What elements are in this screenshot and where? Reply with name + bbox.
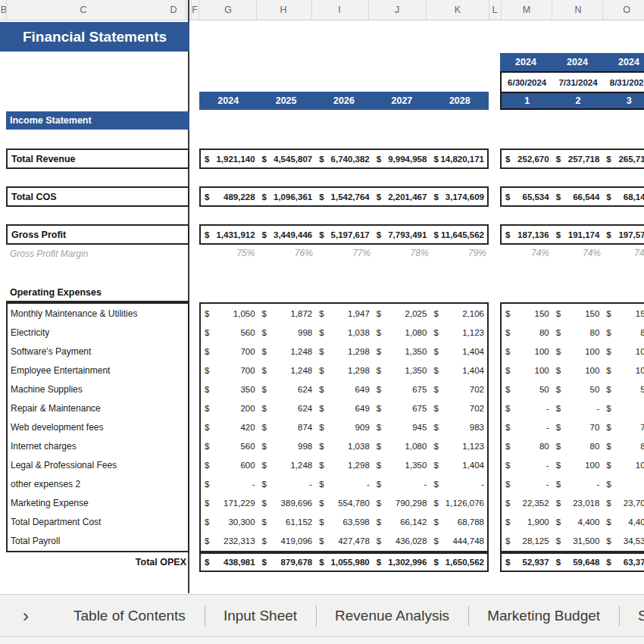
- value-cell[interactable]: $ 252,670: [502, 150, 552, 167]
- value-cell[interactable]: $ 150: [552, 304, 603, 323]
- value-cell[interactable]: $ 444,748: [430, 532, 487, 551]
- column-letter[interactable]: G: [224, 0, 232, 20]
- sheet-tab[interactable]: Table of Contents: [55, 595, 205, 637]
- value-cell[interactable]: $ 1,080: [373, 323, 430, 342]
- value-cell[interactable]: $ 624: [258, 380, 316, 399]
- value-cell[interactable]: $ 80: [602, 437, 644, 456]
- value-cell[interactable]: $ 68,788: [430, 513, 487, 532]
- value-cell[interactable]: $ 100: [552, 456, 603, 475]
- value-cell[interactable]: $ 998: [258, 323, 316, 342]
- value-cell[interactable]: $ 5,197,617: [315, 226, 373, 243]
- value-cell[interactable]: $ 100: [502, 342, 552, 361]
- value-cell[interactable]: $ 150: [502, 304, 552, 323]
- value-cell[interactable]: $ 1,080: [373, 437, 430, 456]
- value-cell[interactable]: $ 945: [373, 417, 430, 436]
- value-cell[interactable]: $ 6,740,382: [315, 150, 373, 167]
- expense-label[interactable]: Machine Supplies: [8, 380, 188, 399]
- margin-cell[interactable]: 75%: [199, 245, 257, 262]
- monthly-date-cell[interactable]: 6/30/2024: [502, 73, 552, 92]
- value-cell[interactable]: $ 624: [258, 399, 316, 417]
- value-cell[interactable]: $ 675: [373, 380, 430, 399]
- value-cell[interactable]: $ 50: [502, 380, 552, 399]
- value-cell[interactable]: $ 2,201,467: [373, 188, 430, 205]
- sheet-tab[interactable]: Marketing Budget: [468, 595, 619, 637]
- value-cell[interactable]: $ 702: [430, 399, 487, 417]
- expense-label[interactable]: Total Payroll: [8, 532, 188, 551]
- value-cell[interactable]: $ 1,096,361: [258, 188, 316, 205]
- value-cell[interactable]: $ 790,298: [373, 494, 430, 513]
- monthly-number-cell[interactable]: 2: [552, 93, 603, 108]
- value-cell[interactable]: $ 23,706: [602, 494, 644, 513]
- value-cell[interactable]: $ 232,313: [201, 532, 258, 551]
- value-cell[interactable]: $ 9,994,958: [373, 150, 430, 167]
- value-cell[interactable]: $ 100: [602, 342, 644, 361]
- value-cell[interactable]: $ 649: [315, 399, 373, 417]
- value-cell[interactable]: $ 63,374: [602, 554, 644, 571]
- value-cell[interactable]: $ 59,648: [552, 554, 603, 571]
- value-cell[interactable]: $ 700: [201, 361, 258, 380]
- value-cell[interactable]: $ 1,055,980: [315, 554, 373, 571]
- value-cell[interactable]: $ 197,573: [602, 226, 644, 243]
- column-letter[interactable]: K: [455, 0, 461, 20]
- value-cell[interactable]: $ 80: [602, 323, 644, 342]
- margin-cell[interactable]: 77%: [315, 245, 373, 262]
- column-letter[interactable]: M: [523, 0, 530, 20]
- value-cell[interactable]: $ 983: [430, 417, 487, 436]
- value-cell[interactable]: $ 554,780: [315, 494, 373, 513]
- value-cell[interactable]: $ 63,598: [315, 513, 373, 532]
- value-cell[interactable]: $ 70: [602, 417, 644, 436]
- margin-cell[interactable]: 74%: [603, 245, 644, 262]
- value-cell[interactable]: $ 1,350: [373, 342, 430, 361]
- value-cell[interactable]: $ 3,449,446: [258, 226, 316, 243]
- column-letter[interactable]: H: [280, 0, 286, 20]
- value-cell[interactable]: $ 1,298: [315, 361, 373, 380]
- value-cell[interactable]: $ 1,542,764: [315, 188, 373, 205]
- value-cell[interactable]: $ -: [552, 475, 603, 494]
- value-cell[interactable]: $ 675: [373, 399, 430, 417]
- margin-cell[interactable]: 76%: [257, 245, 314, 262]
- margin-cell[interactable]: 74%: [552, 245, 603, 262]
- monthly-number-cell[interactable]: 1: [502, 93, 552, 108]
- annual-year-cell[interactable]: 2027: [373, 92, 430, 110]
- value-cell[interactable]: $ -: [502, 417, 552, 436]
- expense-label[interactable]: Software's Payment: [8, 342, 188, 361]
- value-cell[interactable]: $ -: [430, 475, 487, 494]
- value-cell[interactable]: $ -: [602, 475, 644, 494]
- value-cell[interactable]: $ 2,106: [430, 304, 487, 323]
- value-cell[interactable]: $ 389,696: [258, 494, 316, 513]
- value-cell[interactable]: $ 11,645,562: [430, 226, 487, 243]
- expense-label[interactable]: other expenses 2: [8, 475, 188, 494]
- value-cell[interactable]: $ 350: [201, 380, 258, 399]
- value-cell[interactable]: $ 560: [201, 323, 258, 342]
- value-cell[interactable]: $ 420: [201, 417, 258, 436]
- value-cell[interactable]: $ 30,300: [201, 513, 258, 532]
- value-cell[interactable]: $ 50: [602, 380, 644, 399]
- value-cell[interactable]: $ 1,431,912: [201, 226, 258, 243]
- margin-cell[interactable]: 79%: [431, 245, 489, 262]
- value-cell[interactable]: $ 100: [552, 361, 603, 380]
- row-label-gross-profit-margin[interactable]: Gross Profit Margin: [6, 245, 189, 262]
- monthly-date-cell[interactable]: 7/31/2024: [552, 73, 603, 92]
- value-cell[interactable]: $ 1,126,076: [430, 494, 487, 513]
- value-cell[interactable]: $ 65,534: [502, 188, 552, 205]
- expense-label[interactable]: Repair & Maintenance: [8, 399, 188, 417]
- expense-label[interactable]: Web development fees: [8, 417, 188, 436]
- value-cell[interactable]: $ 1,123: [430, 437, 487, 456]
- value-cell[interactable]: $ 438,981: [201, 554, 258, 571]
- value-cell[interactable]: $ 200: [201, 399, 258, 417]
- column-letter[interactable]: I: [338, 0, 340, 20]
- value-cell[interactable]: $ 100: [552, 342, 603, 361]
- value-cell[interactable]: $ -: [502, 399, 552, 417]
- monthly-date-cell[interactable]: 8/31/2024: [604, 73, 644, 92]
- value-cell[interactable]: $ 52,937: [502, 554, 552, 571]
- value-cell[interactable]: $ 3,174,609: [430, 188, 487, 205]
- value-cell[interactable]: $ 80: [502, 323, 552, 342]
- value-cell[interactable]: $ 28,125: [502, 532, 552, 551]
- value-cell[interactable]: $ -: [502, 456, 552, 475]
- monthly-year-cell[interactable]: 2024: [500, 53, 552, 71]
- value-cell[interactable]: $ 1,038: [315, 437, 373, 456]
- value-cell[interactable]: $ 34,538: [602, 532, 644, 551]
- column-letter[interactable]: N: [574, 0, 581, 20]
- sheet-tab[interactable]: Revenue Analysis: [316, 595, 468, 637]
- column-letter[interactable]: L: [492, 0, 498, 20]
